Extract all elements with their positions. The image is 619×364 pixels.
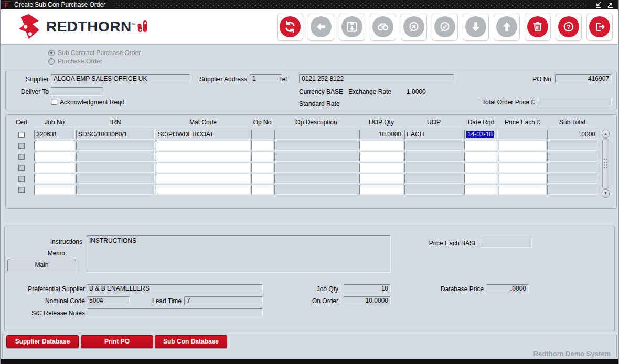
- grid-cell-price-each[interactable]: [499, 163, 546, 173]
- back-button[interactable]: [308, 13, 334, 41]
- grid-cell-mat-code[interactable]: [156, 174, 250, 184]
- move-up-button[interactable]: [494, 13, 520, 41]
- grid-cell-uop-qty[interactable]: [359, 152, 403, 162]
- instructions-memo-field[interactable]: INSTRUCTIONS: [87, 235, 391, 273]
- grid-cell-sub-total[interactable]: [547, 163, 597, 173]
- grid-cell-uop-qty[interactable]: [359, 163, 403, 173]
- grid-cell-date-rqd[interactable]: [464, 174, 498, 184]
- grid-cell-date-rqd[interactable]: [464, 163, 498, 173]
- supplier-field[interactable]: ALCOA EMP SALES OFFICE UK: [51, 74, 190, 83]
- nominal-code-field[interactable]: 5004: [87, 296, 130, 305]
- preferential-supplier-field[interactable]: B & B ENAMELLERS: [87, 284, 263, 293]
- grid-cell-sub-total[interactable]: [547, 174, 597, 184]
- tab-main[interactable]: Main: [7, 259, 76, 271]
- grid-cell-job-no[interactable]: [34, 174, 75, 184]
- grid-cell-op-description[interactable]: [274, 185, 358, 195]
- grid-cell-date-rqd[interactable]: [464, 185, 498, 195]
- tel-field[interactable]: 0121 252 8122: [299, 74, 454, 83]
- grid-cell-uop-qty[interactable]: [359, 185, 403, 195]
- grid-cell-sub-total[interactable]: [547, 141, 597, 151]
- grid-cell-job-no[interactable]: 320631: [34, 130, 75, 140]
- refresh-button[interactable]: [277, 13, 303, 41]
- grid-cell-sub-total[interactable]: [547, 185, 597, 195]
- sub-con-database-button[interactable]: Sub Con Database: [155, 335, 227, 348]
- database-price-field[interactable]: .0000: [486, 284, 529, 293]
- radio-purchase-order[interactable]: [48, 58, 55, 65]
- grid-cell-op-no[interactable]: [251, 152, 273, 162]
- restore-window-icon[interactable]: [595, 2, 602, 8]
- supplier-database-button[interactable]: Supplier Database: [6, 335, 79, 348]
- po-no-field[interactable]: 416907: [555, 74, 612, 83]
- grid-vertical-scrollbar[interactable]: ▲ ▼: [602, 130, 610, 198]
- price-each-base-field[interactable]: [482, 239, 532, 248]
- grid-cell-uop[interactable]: [404, 141, 463, 151]
- deliver-to-field[interactable]: [51, 87, 103, 96]
- cert-checkbox[interactable]: [18, 132, 25, 138]
- scrollbar-thumb[interactable]: [602, 138, 609, 189]
- grid-cell-op-no[interactable]: [251, 174, 273, 184]
- on-order-field[interactable]: 10.0000: [344, 296, 391, 305]
- grid-cell-job-no[interactable]: [34, 163, 75, 173]
- grid-cell-price-each[interactable]: [499, 174, 546, 184]
- grid-cell-price-each[interactable]: [499, 141, 546, 151]
- grid-cell-job-no[interactable]: [34, 185, 75, 195]
- total-order-price-field[interactable]: [539, 98, 612, 106]
- grid-cell-mat-code[interactable]: [156, 163, 250, 173]
- grid-cell-irn[interactable]: [76, 141, 155, 151]
- grid-cell-price-each[interactable]: [499, 130, 546, 140]
- grid-cell-mat-code[interactable]: [156, 141, 250, 151]
- approve-button[interactable]: [432, 13, 458, 41]
- exit-button[interactable]: [586, 13, 613, 41]
- grid-cell-uop[interactable]: [404, 185, 463, 195]
- delete-button[interactable]: [525, 13, 551, 41]
- find-button[interactable]: [370, 13, 396, 41]
- grid-cell-date-rqd[interactable]: [464, 141, 498, 151]
- acknowledgment-checkbox[interactable]: [51, 99, 57, 105]
- grid-header-row: Cert Job No IRN Mat Code Op No Op Descri…: [10, 119, 597, 126]
- grid-cell-mat-code[interactable]: [156, 152, 250, 162]
- print-po-button[interactable]: Print PO: [81, 335, 153, 348]
- grid-cell-date-rqd[interactable]: [464, 152, 498, 162]
- grid-cell-irn[interactable]: [76, 163, 155, 173]
- grid-cell-uop-qty[interactable]: 10.0000: [359, 130, 403, 140]
- save-button[interactable]: [339, 13, 365, 41]
- grid-cell-price-each[interactable]: [499, 152, 546, 162]
- grid-cell-op-description[interactable]: [274, 130, 358, 140]
- scroll-up-icon[interactable]: ▲: [602, 130, 610, 138]
- grid-cell-op-description[interactable]: [274, 141, 358, 151]
- grid-cell-mat-code[interactable]: [156, 185, 250, 195]
- grid-cell-uop-qty[interactable]: [359, 174, 403, 184]
- grid-cell-price-each[interactable]: [499, 185, 546, 195]
- job-qty-field[interactable]: 10: [344, 284, 391, 293]
- grid-cell-job-no[interactable]: [34, 152, 75, 162]
- grid-cell-uop[interactable]: [404, 174, 463, 184]
- grid-cell-uop[interactable]: [404, 152, 463, 162]
- grid-cell-irn[interactable]: SDSC/1003060/1: [76, 130, 155, 140]
- grid-cell-mat-code[interactable]: SC/POWDERCOAT: [156, 130, 250, 140]
- radio-sub-contract-po[interactable]: [48, 50, 55, 56]
- grid-cell-op-no[interactable]: [251, 163, 273, 173]
- grid-cell-irn[interactable]: [76, 185, 155, 195]
- grid-cell-irn[interactable]: [76, 174, 155, 184]
- move-down-button[interactable]: [463, 13, 489, 41]
- grid-cell-sub-total[interactable]: .0000: [547, 130, 597, 140]
- grid-cell-uop[interactable]: EACH: [404, 130, 463, 140]
- sc-release-notes-field[interactable]: [87, 308, 263, 317]
- scroll-down-icon[interactable]: ▼: [602, 189, 610, 198]
- grid-cell-date-rqd[interactable]: 14-03-18: [464, 130, 498, 140]
- grid-cell-op-description[interactable]: [274, 163, 358, 173]
- lead-time-field[interactable]: 7: [184, 296, 263, 305]
- grid-cell-op-no[interactable]: [251, 141, 273, 151]
- grid-cell-irn[interactable]: [76, 152, 155, 162]
- grid-cell-op-no[interactable]: [251, 130, 273, 140]
- grid-cell-op-description[interactable]: [274, 152, 358, 162]
- cancel-button[interactable]: [401, 13, 427, 41]
- grid-cell-sub-total[interactable]: [547, 152, 597, 162]
- grid-cell-op-no[interactable]: [251, 185, 273, 195]
- maximize-window-icon[interactable]: [606, 2, 614, 8]
- grid-cell-job-no[interactable]: [34, 141, 75, 151]
- grid-cell-op-description[interactable]: [274, 174, 358, 184]
- help-button[interactable]: ?: [556, 13, 582, 41]
- grid-cell-uop[interactable]: [404, 163, 463, 173]
- grid-cell-uop-qty[interactable]: [359, 141, 403, 151]
